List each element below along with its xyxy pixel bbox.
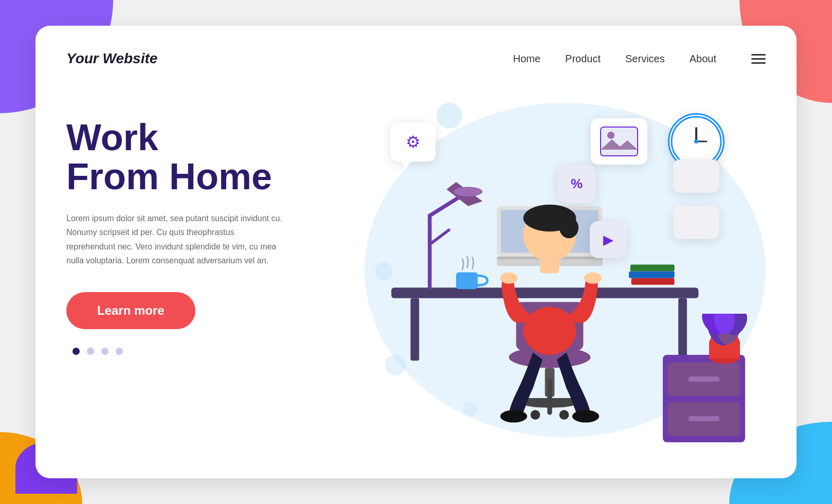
svg-rect-35 [630,265,675,272]
svg-rect-33 [631,278,675,285]
svg-rect-1 [410,298,419,361]
floating-percent-card: % [557,165,596,203]
svg-point-26 [572,410,599,422]
svg-point-37 [607,132,614,139]
svg-rect-45 [689,376,719,382]
dot-4[interactable] [116,348,123,355]
floating-rect-2 [673,206,719,239]
svg-point-25 [500,410,527,422]
svg-point-42 [694,139,698,143]
svg-point-16 [559,410,569,420]
floating-rect-1 [673,159,719,193]
hamburger-menu[interactable] [751,54,766,64]
hamburger-line [751,58,766,60]
left-panel: Work From Home Lorem ipsum dolor sit ame… [66,87,334,355]
hamburger-line [751,54,766,56]
svg-rect-34 [629,272,675,278]
svg-rect-22 [540,259,559,273]
play-icon: ▶ [603,232,613,248]
svg-point-17 [523,307,576,355]
carousel-dots [73,348,334,355]
svg-rect-47 [689,416,719,421]
site-logo: Your Website [66,50,157,67]
navigation: Home Product Services About [513,53,766,65]
image-icon [599,125,640,158]
svg-point-23 [500,272,518,283]
svg-rect-21 [531,214,574,219]
svg-point-20 [559,217,578,238]
hamburger-line [751,62,766,64]
floating-play-card: ▶ [590,221,627,258]
nav-services[interactable]: Services [625,53,665,65]
hero-title: Work From Home [66,118,334,196]
learn-more-button[interactable]: Learn more [66,292,195,329]
dot-2[interactable] [87,348,94,355]
gear-speech-bubble: ⚙ [390,122,436,161]
dot-1[interactable] [73,348,80,355]
nav-about[interactable]: About [690,53,716,65]
svg-line-29 [430,230,449,244]
dot-3[interactable] [101,348,108,355]
svg-rect-32 [456,272,478,289]
cabinet-plant-area [653,314,755,447]
svg-point-24 [584,272,602,283]
svg-rect-36 [601,127,638,156]
floating-image-card [591,118,647,165]
nav-product[interactable]: Product [565,53,601,65]
main-card: Your Website Home Product Services About… [35,26,797,478]
svg-rect-0 [391,287,698,298]
svg-point-15 [531,410,540,420]
gear-icon: ⚙ [406,132,421,152]
svg-point-31 [454,187,482,196]
percent-icon: % [571,176,583,192]
right-panel: ⚙ % ▶ [334,87,766,478]
hero-description: Lorem ipsum dolor sit amet, sea putant s… [66,211,282,267]
header: Your Website Home Product Services About [35,26,797,77]
nav-home[interactable]: Home [513,53,540,65]
main-content: Work From Home Lorem ipsum dolor sit ame… [35,77,797,478]
